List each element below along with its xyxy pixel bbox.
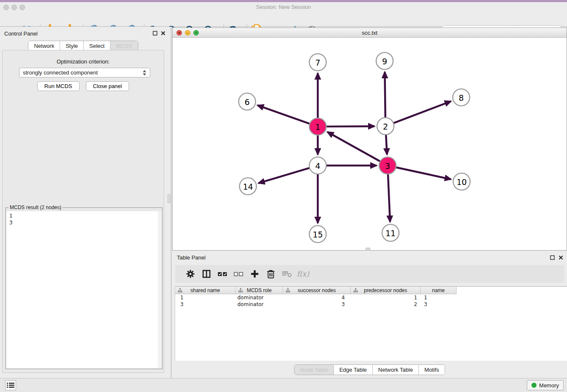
- cell-predecessor-nodes[interactable]: 1: [351, 294, 421, 301]
- graph-node-8[interactable]: 8: [453, 89, 470, 106]
- close-panel-button[interactable]: Close panel: [86, 81, 129, 91]
- svg-text:15: 15: [313, 230, 323, 239]
- svg-text:7: 7: [315, 58, 320, 67]
- plus-icon: [250, 269, 259, 279]
- table-panel: Table Panel: [172, 253, 567, 378]
- tab-network-table[interactable]: Network Table: [372, 365, 418, 375]
- cell-predecessor-nodes[interactable]: 2: [351, 301, 421, 308]
- tab-mcds[interactable]: MCDS: [110, 41, 138, 51]
- column-header-name[interactable]: name: [421, 287, 457, 294]
- tab-network[interactable]: Network: [28, 41, 60, 51]
- tab-node-table[interactable]: Node Table: [295, 365, 333, 375]
- mcds-result-title: MCDS result (2 nodes): [8, 204, 63, 210]
- graph-edge-2-8[interactable]: [394, 101, 451, 123]
- tab-select[interactable]: Select: [83, 41, 110, 51]
- show-column-button[interactable]: [198, 267, 215, 281]
- cell-mcds-role[interactable]: dominator: [236, 294, 283, 301]
- cell-shared-name[interactable]: 1: [175, 294, 236, 301]
- column-type-icon: [178, 288, 182, 293]
- column-type-icon: [238, 288, 243, 293]
- mcds-result-box: MCDS result (2 nodes) 1 3: [6, 207, 162, 369]
- graph-node-9[interactable]: 9: [376, 52, 393, 69]
- function-builder-button[interactable]: f(x): [295, 267, 311, 281]
- cell-mcds-role[interactable]: dominator: [236, 301, 283, 308]
- graph-edge-2-9[interactable]: [385, 72, 385, 118]
- cell-shared-name[interactable]: 3: [175, 301, 236, 308]
- column-header-predecessor-nodes[interactable]: predecessor nodes: [351, 287, 421, 294]
- tab-style[interactable]: Style: [60, 41, 83, 51]
- control-panel-title: Control Panel: [4, 30, 38, 37]
- graph-node-4[interactable]: 4: [309, 157, 326, 174]
- graph-node-3[interactable]: 3: [379, 157, 396, 174]
- tab-edge-table[interactable]: Edge Table: [333, 365, 372, 375]
- svg-text:4: 4: [315, 161, 320, 171]
- svg-text:2: 2: [383, 122, 388, 131]
- graph-node-1[interactable]: 1: [309, 118, 326, 135]
- graph-node-6[interactable]: 6: [239, 93, 256, 110]
- graph-edge-4-14[interactable]: [259, 168, 310, 183]
- table-settings-button[interactable]: [182, 267, 198, 281]
- column-type-icon: [286, 288, 290, 293]
- cell-name[interactable]: 1: [421, 294, 457, 301]
- delete-table-icon: [282, 270, 292, 278]
- network-canvas[interactable]: 1234678910111415: [173, 38, 567, 250]
- float-panel-icon: [153, 31, 157, 36]
- unselect-all-columns-button[interactable]: [231, 267, 247, 281]
- application-window: Session: New Session: [0, 0, 567, 392]
- network-window-title: scc.txt: [173, 30, 567, 36]
- column-type-icon: [353, 288, 358, 293]
- column-header-label: MCDS role: [247, 287, 272, 293]
- splitter-grip[interactable]: [366, 248, 370, 251]
- network-window-titlebar: ✕ − + scc.txt: [173, 28, 567, 38]
- create-column-button[interactable]: [247, 267, 263, 281]
- graph-node-14[interactable]: 14: [239, 178, 256, 195]
- list-icon: [6, 382, 15, 389]
- float-control-panel-button[interactable]: [152, 30, 158, 36]
- chevron-up-down-icon: [143, 70, 146, 76]
- run-mcds-button[interactable]: Run MCDS: [37, 81, 80, 91]
- graph-node-10[interactable]: 10: [453, 173, 470, 190]
- close-table-panel-button[interactable]: [558, 255, 564, 260]
- network-view-window: ✕ − + scc.txt 1234678910111415: [172, 28, 567, 251]
- float-panel-icon: [550, 255, 555, 260]
- status-bar: Memory: [0, 378, 567, 392]
- column-header-shared-name[interactable]: shared name: [175, 287, 236, 294]
- graph-edge-1-6[interactable]: [258, 105, 310, 124]
- graph-node-11[interactable]: 11: [382, 224, 399, 241]
- table-panel-title: Table Panel: [177, 254, 206, 261]
- scrollbar-track[interactable]: [158, 211, 162, 368]
- graph-node-7[interactable]: 7: [309, 54, 326, 71]
- tab-motifs[interactable]: Motifs: [418, 365, 445, 375]
- column-header-successor-nodes[interactable]: successor nodes: [283, 287, 351, 294]
- graph-edge-3-1[interactable]: [328, 132, 380, 162]
- select-all-columns-button[interactable]: [215, 267, 231, 281]
- memory-button[interactable]: Memory: [527, 380, 564, 390]
- graph-edge-3-10[interactable]: [396, 167, 451, 179]
- cell-successor-nodes[interactable]: 4: [283, 294, 351, 301]
- graph-edge-2-3[interactable]: [386, 135, 387, 155]
- column-header-mcds-role[interactable]: MCDS role: [236, 287, 283, 294]
- svg-text:14: 14: [243, 182, 253, 191]
- graph-edge-3-11[interactable]: [388, 174, 390, 222]
- unchecked-boxes-icon: [234, 269, 244, 279]
- delete-column-button[interactable]: [263, 267, 279, 281]
- svg-text:1: 1: [315, 122, 320, 132]
- svg-text:11: 11: [385, 229, 396, 238]
- table-header-row: shared nameMCDS rolesuccessor nodesprede…: [175, 287, 567, 294]
- cell-name[interactable]: 3: [421, 301, 457, 308]
- status-list-button[interactable]: [5, 380, 16, 390]
- float-table-panel-button[interactable]: [550, 255, 555, 260]
- cell-successor-nodes[interactable]: 3: [283, 301, 351, 308]
- trash-icon: [267, 269, 275, 279]
- optimization-criterion-select[interactable]: strongly connected component: [19, 68, 150, 77]
- close-control-panel-button[interactable]: [160, 30, 166, 36]
- fx-icon: f(x): [297, 270, 309, 278]
- graph-node-2[interactable]: 2: [377, 118, 394, 135]
- graph-edge-1-2[interactable]: [326, 126, 374, 127]
- graph-node-15[interactable]: 15: [309, 226, 326, 243]
- splitter-grip[interactable]: [168, 194, 171, 203]
- delete-table-button[interactable]: [279, 267, 295, 281]
- control-panel: Control Panel NetworkStyleSelectMCDS Opt…: [0, 27, 166, 378]
- vertical-splitter[interactable]: [166, 27, 172, 378]
- node-table: shared nameMCDS rolesuccessor nodesprede…: [175, 286, 567, 361]
